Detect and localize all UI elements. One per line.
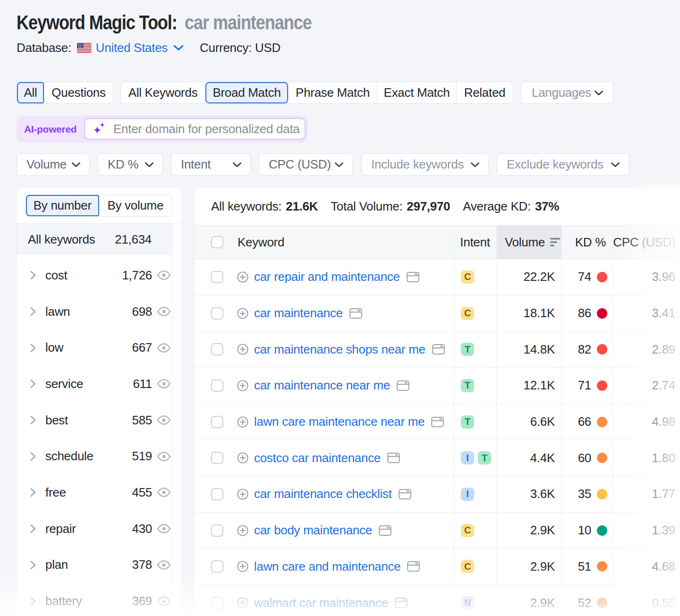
- keyword-group-service[interactable]: service611: [17, 366, 172, 402]
- database-selector[interactable]: United States: [96, 41, 184, 55]
- toggle-by-number[interactable]: By number: [26, 195, 99, 216]
- add-keyword-icon[interactable]: [237, 561, 248, 572]
- keyword-group-schedule[interactable]: schedule519: [17, 438, 172, 474]
- keyword-group-low[interactable]: low667: [17, 329, 172, 366]
- tab-all-keywords[interactable]: All Keywords: [121, 82, 205, 103]
- kd-value: 86: [578, 306, 591, 321]
- chevron-right-icon: [30, 343, 37, 353]
- filter-intent[interactable]: Intent: [171, 153, 251, 176]
- eye-icon[interactable]: [157, 451, 171, 462]
- serp-window-icon[interactable]: [399, 489, 411, 500]
- keyword-link[interactable]: lawn care and maintenance: [254, 559, 400, 574]
- chevron-right-icon: [30, 560, 37, 570]
- serp-window-icon[interactable]: [379, 525, 391, 536]
- add-keyword-icon[interactable]: [237, 452, 248, 464]
- eye-icon[interactable]: [157, 270, 171, 280]
- chevron-down-icon: [232, 162, 242, 168]
- keyword-group-cost[interactable]: cost1,726: [17, 257, 172, 294]
- add-keyword-icon[interactable]: [237, 416, 248, 428]
- keyword-link[interactable]: lawn care maintenance near me: [254, 414, 425, 429]
- table-row: car repair and maintenanceC22.2K743.96: [194, 259, 680, 295]
- eye-icon[interactable]: [157, 487, 171, 498]
- row-checkbox[interactable]: [211, 416, 223, 428]
- row-checkbox[interactable]: [211, 380, 223, 392]
- eye-icon[interactable]: [157, 560, 171, 570]
- row-checkbox[interactable]: [211, 524, 223, 537]
- add-keyword-icon[interactable]: [237, 271, 248, 283]
- kd-difficulty-dot: [597, 380, 607, 391]
- serp-window-icon[interactable]: [407, 271, 419, 283]
- languages-dropdown[interactable]: Languages: [521, 82, 613, 104]
- col-kd[interactable]: KD %: [575, 235, 606, 250]
- keyword-link[interactable]: car maintenance: [254, 306, 343, 321]
- keyword-link[interactable]: car repair and maintenance: [254, 270, 400, 284]
- col-keyword[interactable]: Keyword: [238, 235, 284, 250]
- add-keyword-icon[interactable]: [237, 597, 248, 608]
- add-keyword-icon[interactable]: [237, 489, 248, 500]
- serp-window-icon[interactable]: [395, 597, 408, 608]
- serp-window-icon[interactable]: [387, 452, 400, 464]
- filter-volume[interactable]: Volume: [17, 153, 90, 176]
- eye-icon[interactable]: [157, 523, 171, 534]
- serp-window-icon[interactable]: [431, 416, 444, 428]
- tab-phrase-match[interactable]: Phrase Match: [289, 82, 377, 103]
- keyword-group-battery[interactable]: battery369: [17, 583, 172, 616]
- keyword-link[interactable]: car maintenance checklist: [254, 487, 392, 501]
- keyword-group-best[interactable]: best585: [17, 402, 172, 439]
- group-all-keywords[interactable]: All keywords 21,634: [17, 224, 172, 255]
- eye-icon[interactable]: [157, 306, 171, 317]
- filter-include-keywords[interactable]: Include keywords: [361, 153, 489, 176]
- keyword-link[interactable]: car maintenance shops near me: [254, 342, 425, 357]
- keyword-group-free[interactable]: free455: [17, 474, 172, 511]
- eye-icon[interactable]: [157, 343, 171, 353]
- row-checkbox[interactable]: [211, 307, 223, 320]
- add-keyword-icon[interactable]: [237, 308, 248, 319]
- row-checkbox[interactable]: [211, 452, 223, 464]
- keyword-group-plan[interactable]: plan378: [17, 547, 172, 583]
- row-checkbox[interactable]: [211, 488, 223, 500]
- col-volume[interactable]: Volume: [496, 226, 561, 259]
- eye-icon[interactable]: [157, 379, 171, 389]
- table-body: car repair and maintenanceC22.2K743.96ca…: [194, 259, 680, 616]
- tab-related[interactable]: Related: [457, 82, 513, 103]
- toggle-by-volume[interactable]: By volume: [99, 195, 172, 216]
- add-keyword-icon[interactable]: [237, 525, 248, 536]
- row-checkbox[interactable]: [211, 343, 223, 355]
- group-label: free: [45, 485, 132, 500]
- kd-value: 10: [578, 523, 591, 538]
- keyword-link[interactable]: costco car maintenance: [254, 451, 381, 465]
- intent-badge-C: C: [461, 524, 474, 537]
- eye-icon[interactable]: [157, 415, 171, 425]
- intent-badge-T: T: [461, 415, 474, 429]
- serp-window-icon[interactable]: [432, 344, 445, 355]
- col-cpc[interactable]: CPC(USD): [613, 226, 680, 259]
- group-label: battery: [45, 594, 132, 608]
- keyword-link[interactable]: car body maintenance: [254, 523, 372, 538]
- domain-input[interactable]: Enter domain for personalized data: [84, 118, 306, 140]
- row-checkbox[interactable]: [211, 597, 223, 609]
- serp-window-icon[interactable]: [407, 561, 420, 572]
- row-checkbox[interactable]: [211, 560, 223, 573]
- row-checkbox[interactable]: [211, 271, 223, 283]
- table-row: lawn care maintenance near meT6.6K664.98: [194, 404, 680, 440]
- serp-window-icon[interactable]: [397, 380, 409, 391]
- volume-value: 2.9K: [530, 596, 555, 610]
- kd-difficulty-dot: [597, 453, 607, 463]
- filter-exclude-keywords[interactable]: Exclude keywords: [497, 153, 629, 176]
- filter-kd[interactable]: KD %: [98, 153, 163, 176]
- keyword-group-lawn[interactable]: lawn698: [17, 294, 172, 330]
- tab-exact-match[interactable]: Exact Match: [377, 82, 457, 103]
- col-intent[interactable]: Intent: [460, 235, 490, 250]
- eye-icon[interactable]: [157, 596, 171, 607]
- tab-all[interactable]: All: [17, 82, 44, 103]
- add-keyword-icon[interactable]: [237, 380, 248, 391]
- keyword-link[interactable]: car maintenance near me: [254, 378, 390, 393]
- keyword-link[interactable]: walmart car maintenance: [254, 596, 388, 610]
- serp-window-icon[interactable]: [349, 308, 362, 319]
- tab-broad-match[interactable]: Broad Match: [205, 82, 289, 103]
- tab-questions[interactable]: Questions: [44, 82, 113, 103]
- keyword-group-repair[interactable]: repair430: [17, 511, 172, 547]
- select-all-checkbox[interactable]: [211, 236, 223, 248]
- filter-cpc-usd[interactable]: CPC (USD): [259, 153, 353, 176]
- add-keyword-icon[interactable]: [237, 344, 248, 355]
